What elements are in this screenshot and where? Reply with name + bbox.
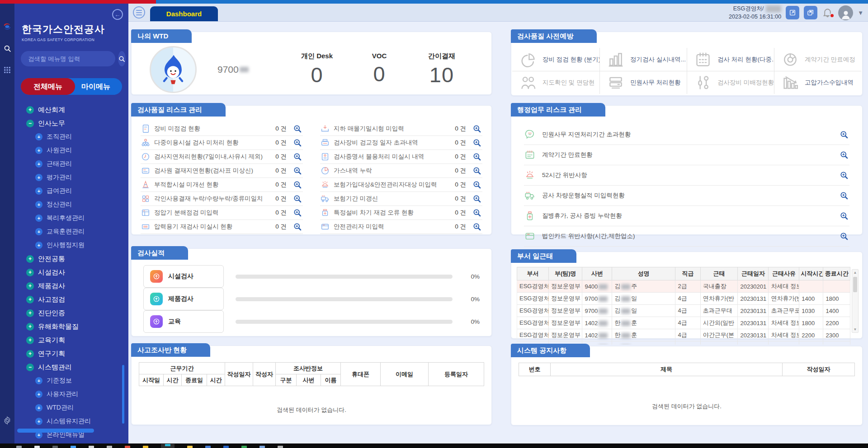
column-header[interactable]: 근태일자 [738, 267, 769, 280]
prevention-button-지도확인 및 면담현[interactable]: 지도확인 및 면담현 [512, 71, 599, 94]
magnifier-icon[interactable] [293, 152, 303, 162]
magnifier-icon[interactable] [840, 211, 849, 221]
sidebar-item-사용자관리[interactable]: +사용자관리 [14, 387, 128, 401]
magnifier-icon[interactable] [472, 222, 482, 232]
column-header[interactable]: 근태사유 [769, 267, 799, 280]
taskbar-active-app[interactable] [161, 444, 175, 448]
magnifier-icon[interactable] [293, 222, 303, 232]
open-multi-window-icon[interactable] [804, 6, 817, 19]
performance-category-button[interactable]: 제품검사 [143, 288, 224, 310]
magnifier-icon[interactable] [293, 124, 303, 134]
prevention-button-검사장비 미배정현황[interactable]: 검사장비 미배정현황 [687, 71, 774, 94]
sidebar-item-WTD관리[interactable]: +WTD관리 [14, 401, 128, 415]
sidebar-item-시스템유지관리[interactable]: +시스템유지관리 [14, 415, 128, 428]
rail-grid-icon[interactable] [2, 65, 12, 75]
magnifier-icon[interactable] [472, 138, 482, 148]
magnifier-icon[interactable] [840, 150, 849, 160]
hamburger-menu-icon[interactable] [133, 6, 145, 19]
magnifier-icon[interactable] [472, 152, 482, 162]
prevention-button-민원사무 처리현황[interactable]: 민원사무 처리현황 [599, 71, 687, 94]
sidebar-item-시스템관리[interactable]: −시스템관리 [14, 360, 128, 374]
magnifier-icon[interactable] [472, 180, 482, 190]
column-header[interactable]: 종료시간 [823, 267, 850, 280]
table-row[interactable]: ESG경영처정보운영부9400김주2급국내출장20230201차세대 정보 [517, 280, 850, 293]
prevention-button-장비 점검 현황 (분기)[interactable]: 장비 점검 현황 (분기) [512, 48, 599, 71]
prevention-button-계약기간 만료예정[interactable]: 계약기간 만료예정 [774, 48, 861, 71]
sidebar-item-사원관리[interactable]: +사원관리 [14, 144, 128, 157]
scroll-up-icon[interactable]: ▲ [852, 271, 858, 275]
sidebar-item-예산회계[interactable]: +예산회계 [14, 103, 128, 117]
stat-personal-desk[interactable]: 개인 Desk 0 [299, 52, 335, 87]
table-row[interactable]: ESG경영처정보운영부1402한훈4급시간외(일반20230131차세대 정보1… [517, 317, 850, 329]
column-header[interactable]: 사번 [582, 267, 612, 280]
avatar[interactable] [838, 5, 853, 20]
magnifier-icon[interactable] [840, 171, 849, 180]
magnifier-icon[interactable] [293, 194, 303, 204]
column-header[interactable]: 부(팀)명 [549, 267, 582, 280]
stat-quick-approval[interactable]: 간이결재 10 [424, 52, 460, 87]
column-header[interactable]: 시작시간 [799, 267, 823, 280]
menu-search-button[interactable] [118, 51, 126, 66]
sidebar-horizontal-scrollbar[interactable] [17, 429, 94, 433]
sidebar-item-사고점검[interactable]: +사고점검 [14, 293, 128, 306]
magnifier-icon[interactable] [293, 166, 303, 176]
column-header[interactable]: 직급 [675, 267, 700, 280]
prevention-button-고압가스수입내역[interactable]: 고압가스수입내역 [774, 71, 861, 94]
open-window-icon[interactable] [786, 6, 799, 19]
sidebar-item-근태관리[interactable]: +근태관리 [14, 157, 128, 171]
sidebar-item-인사행정지원[interactable]: +인사행정지원 [14, 238, 128, 252]
table-scrollbar[interactable]: ▲ ▼ [852, 269, 859, 333]
sidebar-item-조직관리[interactable]: +조직관리 [14, 130, 128, 144]
magnifier-icon[interactable] [293, 180, 303, 190]
windows-taskbar[interactable] [0, 443, 868, 448]
sidebar-item-정산관리[interactable]: +정산관리 [14, 198, 128, 211]
performance-category-button[interactable]: 교육 [143, 310, 224, 333]
risk-item-count: 0 건 [266, 153, 287, 161]
magnifier-icon[interactable] [840, 191, 849, 201]
chevron-down-icon[interactable]: ▼ [858, 9, 863, 16]
magnifier-icon[interactable] [472, 166, 482, 176]
magnifier-icon[interactable] [472, 208, 482, 218]
tab-all-menu[interactable]: 전체메뉴 [21, 78, 75, 95]
scroll-down-icon[interactable]: ▼ [852, 327, 858, 331]
sidebar-item-평가관리[interactable]: +평가관리 [14, 171, 128, 184]
magnifier-icon[interactable] [472, 124, 482, 134]
sidebar-item-안전공통[interactable]: +안전공통 [14, 252, 128, 266]
sidebar-item-유해화학물질[interactable]: +유해화학물질 [14, 320, 128, 333]
prevention-button-정기검사 실시내역...[interactable]: 정기검사 실시내역... [599, 48, 687, 71]
sidebar-collapse-button[interactable]: ← [112, 9, 123, 20]
sidebar-item-연구기획[interactable]: +연구기획 [14, 347, 128, 360]
rail-search-icon[interactable] [2, 43, 12, 53]
scroll-thumb[interactable] [853, 277, 857, 292]
column-header[interactable]: 부서 [517, 267, 549, 280]
magnifier-icon[interactable] [472, 194, 482, 204]
sidebar-item-기준정보[interactable]: +기준정보 [14, 374, 128, 387]
magnifier-icon[interactable] [840, 130, 849, 140]
settings-gear-icon[interactable] [2, 415, 12, 425]
sidebar-item-교육기획[interactable]: +교육기획 [14, 333, 128, 347]
magnifier-icon[interactable] [293, 208, 303, 218]
sidebar-item-교육훈련관리[interactable]: +교육훈련관리 [14, 225, 128, 238]
column-header[interactable]: 근태 [700, 267, 738, 280]
magnifier-icon[interactable] [840, 232, 849, 241]
plus-icon: + [35, 201, 42, 208]
sidebar-item-급여관리[interactable]: +급여관리 [14, 184, 128, 198]
magnifier-icon[interactable] [293, 138, 303, 148]
menu-search-input[interactable] [21, 51, 115, 66]
sidebar-item-복리후생관리[interactable]: +복리후생관리 [14, 211, 128, 225]
tab-my-menu[interactable]: 마이메뉴 [70, 78, 122, 95]
column-header[interactable]: 성명 [612, 267, 675, 280]
stat-voc[interactable]: VOC 0 [361, 52, 397, 87]
table-row[interactable]: ESG경영처정보운영부9700김일4급연차휴가(반20230131연차휴가(반1… [517, 293, 850, 305]
table-row[interactable]: ESG경영처정보운영부1402한훈4급야간근무(본20230131차세대 정보2… [517, 329, 850, 341]
performance-category-button[interactable]: 시설검사 [143, 265, 224, 288]
sidebar-vertical-scrollbar[interactable] [122, 365, 124, 424]
notification-bell-icon[interactable] [822, 7, 834, 19]
tab-dashboard[interactable]: Dashboard [150, 6, 218, 21]
prevention-button-검사 처리 현황(다중...[interactable]: 검사 처리 현황(다중... [687, 48, 774, 71]
sidebar-item-인사노무[interactable]: −인사노무 [14, 117, 128, 130]
table-row[interactable]: ESG경영처정보운영부9700김일4급초과근무대20230131초과근무로103… [517, 305, 850, 317]
sidebar-item-시설검사[interactable]: +시설검사 [14, 266, 128, 279]
sidebar-item-제품검사[interactable]: +제품검사 [14, 279, 128, 293]
sidebar-item-진단인증[interactable]: +진단인증 [14, 306, 128, 320]
